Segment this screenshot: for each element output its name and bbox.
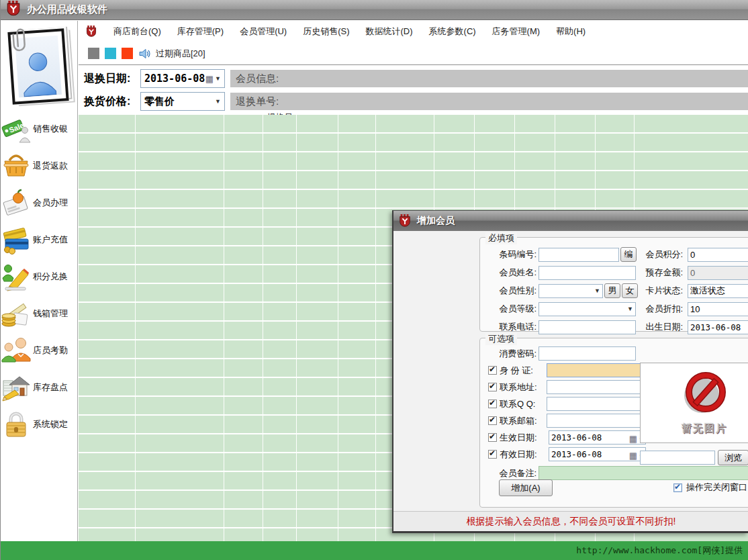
card-state-label: 卡片状态: <box>636 285 683 297</box>
dialog-hint-text: 根据提示输入会员信息，不同会员可设置不同折扣! <box>467 516 676 528</box>
required-group-legend: 必填项 <box>485 232 517 244</box>
add-member-button[interactable]: 增加(A) <box>499 479 553 496</box>
idcard-input[interactable] <box>547 363 644 377</box>
menubar: 商店前台(Q) 库存管理(P) 会员管理(U) 历史销售(S) 数据统计(D) … <box>79 21 748 42</box>
paperclip-icon <box>11 26 31 54</box>
sidebar-item-attendance[interactable]: 店员考勤 <box>1 336 77 365</box>
browse-button[interactable]: 浏览 <box>718 450 748 465</box>
orange-swatch-button[interactable] <box>122 48 133 59</box>
no-image-text: 暂无图片 <box>672 422 737 435</box>
sidebar-item-label: 店员考勤 <box>33 344 68 357</box>
sidebar-item-points-exchange[interactable]: 积分兑换 <box>1 262 77 291</box>
staff-people-icon <box>1 336 31 365</box>
email-input[interactable] <box>547 414 644 428</box>
menu-item-system-params[interactable]: 系统参数(C) <box>429 26 476 38</box>
exchange-price-label: 换货价格: <box>79 95 140 109</box>
birthday-input[interactable] <box>688 320 748 334</box>
sidebar-item-label: 会员办理 <box>33 197 68 209</box>
sidebar-item-sales-checkout[interactable]: Sale 销售收银 <box>1 114 77 144</box>
address-checkbox[interactable] <box>488 383 497 391</box>
person-silhouette-icon <box>17 48 60 97</box>
expired-goods-label[interactable]: 过期商品[20] <box>156 48 205 60</box>
sidebar-item-lock-system[interactable]: 系统锁定 <box>1 410 77 439</box>
photo-frame <box>7 28 68 105</box>
gender-select[interactable]: ▼ <box>539 284 603 298</box>
deposit-input <box>688 266 748 280</box>
sidebar-item-recharge[interactable]: 账户充值 <box>1 225 77 254</box>
menu-item-sales-history[interactable]: 历史销售(S) <box>303 26 349 38</box>
edit-barcode-button[interactable]: 编 <box>620 247 637 262</box>
basket-icon <box>1 151 31 181</box>
sidebar-item-label: 库存盘点 <box>33 381 68 393</box>
sidebar-item-refund[interactable]: 退货返款 <box>1 151 77 181</box>
menu-item-store-management[interactable]: 店务管理(M) <box>492 26 541 38</box>
photo-path-input[interactable] <box>640 451 715 465</box>
cyan-swatch-button[interactable] <box>105 48 116 59</box>
lock-icon <box>1 410 31 439</box>
chevron-down-icon: ▼ <box>594 287 600 294</box>
barcode-label: 条码编号: <box>480 248 536 261</box>
start-date-checkbox[interactable] <box>488 433 497 442</box>
sidebar-item-label: 钱箱管理 <box>33 308 68 320</box>
credit-cards-icon <box>1 225 31 254</box>
idcard-checkbox[interactable] <box>488 366 497 375</box>
menu-item-storefront[interactable]: 商店前台(Q) <box>113 26 161 38</box>
birthday-label: 出生日期: <box>636 321 683 333</box>
address-label: 联系地址: <box>500 381 539 393</box>
remark-input[interactable] <box>539 466 748 480</box>
card-state-input[interactable] <box>688 284 748 298</box>
return-date-picker[interactable]: 2013-06-08 ▦ ▼ <box>140 69 225 88</box>
dialog-titlebar[interactable]: 增加会员 <box>393 211 748 231</box>
credit-text: http://www.hackhome.com[网侠]提供 <box>576 545 743 557</box>
points-input[interactable] <box>688 248 748 262</box>
gray-swatch-button[interactable] <box>88 48 99 59</box>
required-fields-group: 必填项 条码编号: 编 会员积分: 会员姓名: 预存金额: 会员性别: <box>479 237 748 332</box>
house-pencil-icon <box>1 373 31 402</box>
toolbar: 过期商品[20] <box>79 42 748 65</box>
member-photo-box: 暂无图片 <box>640 363 748 443</box>
menu-app-icon <box>85 26 97 38</box>
member-level-select[interactable]: ▼ <box>539 302 636 316</box>
menu-item-statistics[interactable]: 数据统计(D) <box>366 26 413 38</box>
member-discount-input[interactable] <box>688 302 748 316</box>
calendar-icon: ▦ <box>205 75 214 83</box>
member-discount-label: 会员折扣: <box>636 303 683 315</box>
menu-item-inventory[interactable]: 库存管理(P) <box>177 26 224 38</box>
address-input[interactable] <box>547 380 644 394</box>
sidebar-item-cashbox[interactable]: 钱箱管理 <box>1 299 77 328</box>
email-checkbox[interactable] <box>488 416 497 425</box>
email-label: 联系邮箱: <box>500 415 539 427</box>
close-after-done-checkbox[interactable] <box>673 483 682 492</box>
end-date-checkbox[interactable] <box>488 450 497 459</box>
qq-checkbox[interactable] <box>488 400 497 408</box>
sidebar-item-label: 销售收银 <box>33 123 68 135</box>
sidebar-item-membership[interactable]: 会员办理 <box>1 188 77 218</box>
member-name-input[interactable] <box>539 266 636 280</box>
phone-input[interactable] <box>539 320 636 334</box>
member-name-label: 会员姓名: <box>480 267 536 279</box>
no-image-icon <box>672 371 737 424</box>
sidebar: Sale 销售收银 退货返款 <box>1 21 78 541</box>
sidebar-item-stocktake[interactable]: 库存盘点 <box>1 373 77 402</box>
male-button[interactable]: 男 <box>604 283 620 298</box>
price-mode-select[interactable]: 零售价 ▼ <box>140 92 225 111</box>
optional-fields-group: 可选项 消费密码: 身 份 证: 联系地址: 联系Q <box>479 338 748 508</box>
barcode-input[interactable] <box>539 248 619 262</box>
password-input[interactable] <box>539 346 636 361</box>
sidebar-item-label: 系统锁定 <box>33 418 68 430</box>
menu-item-help[interactable]: 帮助(H) <box>556 26 586 38</box>
idcard-label: 身 份 证: <box>500 365 539 377</box>
points-pencil-icon <box>1 262 31 291</box>
member-level-label: 会员等级: <box>480 303 536 315</box>
filter-panel: 退换日期: 2013-06-08 ▦ ▼ 会员信息: 换货价格: 零售价 ▼ 退… <box>79 65 748 115</box>
speaker-icon[interactable] <box>138 48 150 60</box>
qq-input[interactable] <box>547 397 644 411</box>
deposit-label: 预存金额: <box>636 267 683 279</box>
chevron-down-icon: ▼ <box>215 75 221 82</box>
app-logo-icon <box>5 1 21 19</box>
return-date-label: 退换日期: <box>79 72 140 86</box>
menu-item-members[interactable]: 会员管理(U) <box>240 26 287 38</box>
points-label: 会员积分: <box>636 248 683 261</box>
app-window: 办公用品收银软件 <box>0 0 748 560</box>
optional-group-legend: 可选项 <box>485 333 517 345</box>
